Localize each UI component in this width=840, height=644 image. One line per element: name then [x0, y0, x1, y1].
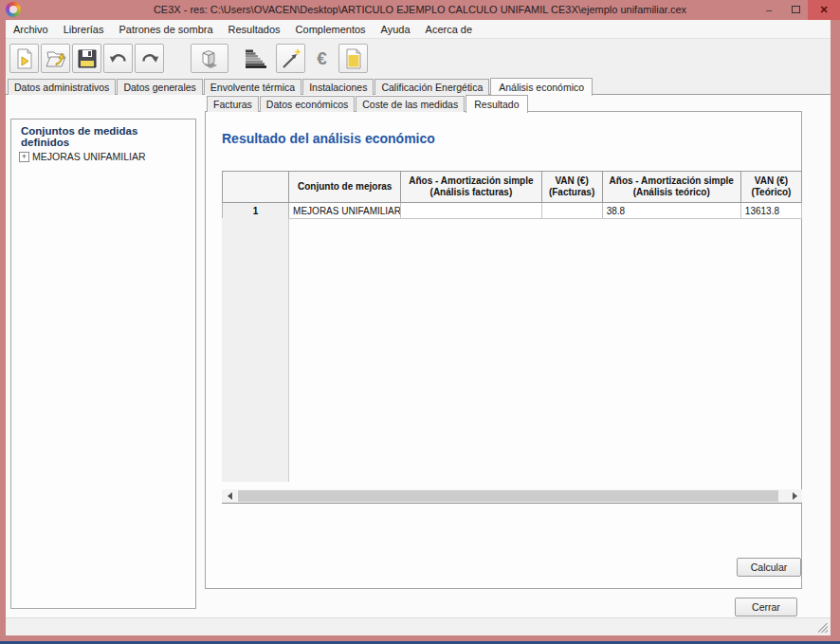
scrollbar-thumb[interactable] [238, 490, 778, 502]
resultado-panel: Resultado del análisis económico Conjunt [205, 111, 802, 589]
menu-bar: Archivo Librerías Patrones de sombra Res… [6, 20, 831, 39]
tab-analisis-economico[interactable]: Análisis económico [490, 78, 593, 96]
title-bar: CE3X - res: C:\Users\OVACEN\Desktop\ARTI… [0, 0, 840, 20]
save-icon [76, 47, 99, 70]
results-table: Conjunto de mejoras Años - Amortización … [222, 171, 802, 219]
col-header-van-teorico: VAN (€) (Teórico) [740, 172, 801, 203]
new-document-button[interactable] [9, 44, 39, 73]
col-header-conjunto: Conjunto de mejoras [289, 172, 401, 203]
row-header-gutter [222, 218, 289, 482]
tree-item-mejoras-unifamiliar[interactable]: + MEJORAS UNIFAMILIAR [11, 150, 195, 162]
redo-button[interactable] [135, 44, 164, 73]
new-document-icon [13, 47, 36, 70]
tab-datos-administrativos[interactable]: Datos administrativos [8, 79, 116, 95]
redo-icon [138, 47, 161, 70]
scroll-left-button[interactable] [222, 489, 237, 503]
cerrar-button[interactable]: Cerrar [735, 598, 797, 616]
subtab-resultado[interactable]: Resultado [466, 95, 527, 113]
3d-cube-icon [198, 47, 221, 70]
page-title: Resultado del análisis económico [222, 131, 435, 146]
magic-wand-icon [280, 47, 302, 70]
scroll-right-icon [793, 492, 797, 500]
close-icon: ✕ [819, 4, 828, 15]
open-file-button[interactable] [41, 44, 70, 73]
tab-datos-generales[interactable]: Datos generales [117, 79, 202, 95]
table-header-row: Conjunto de mejoras Años - Amortización … [223, 172, 802, 203]
undo-icon [107, 47, 130, 70]
measures-sidebar: Conjuntos de medidas definidos + MEJORAS… [10, 119, 196, 609]
horizontal-scrollbar[interactable] [222, 489, 802, 504]
close-button[interactable]: ✕ [808, 0, 840, 20]
cell-van-facturas [541, 203, 602, 219]
sidebar-title: Conjuntos de medidas definidos [11, 120, 195, 150]
col-header-van-facturas: VAN (€) (Facturas) [541, 172, 602, 203]
col-header-amortizacion-facturas: Años - Amortización simple (Análisis fac… [401, 172, 541, 203]
economic-analysis-button[interactable]: € [307, 44, 337, 73]
col-header-amortizacion-teorico: Años - Amortización simple (Análisis teó… [602, 172, 740, 203]
menu-complementos[interactable]: Complementos [288, 20, 374, 39]
maximize-button[interactable] [783, 0, 808, 20]
main-tab-bar: Datos administrativos Datos generales En… [8, 78, 593, 95]
report-document-icon [342, 47, 365, 70]
scroll-left-icon [228, 492, 232, 500]
cell-amortizacion-facturas [401, 203, 541, 219]
tab-envolvente-termica[interactable]: Envolvente térmica [204, 79, 301, 95]
cell-amortizacion-teorico: 38.8 [602, 203, 740, 219]
menu-librerias[interactable]: Librerías [56, 20, 112, 39]
table-row[interactable]: 1 MEJORAS UNIFAMILIAR 38.8 13613.8 [223, 203, 802, 219]
subtab-coste-de-las-medidas[interactable]: Coste de las medidas [356, 96, 465, 112]
tree-item-label: MEJORAS UNIFAMILIAR [32, 151, 146, 162]
open-folder-icon [45, 47, 67, 70]
maximize-icon [792, 6, 800, 13]
energy-rating-button[interactable] [236, 44, 274, 73]
subtab-datos-economicos[interactable]: Datos económicos [260, 96, 355, 112]
resize-grip[interactable] [818, 623, 828, 633]
cell-conjunto: MEJORAS UNIFAMILIAR [289, 203, 401, 219]
report-button[interactable] [338, 44, 368, 73]
menu-ayuda[interactable]: Ayuda [374, 20, 418, 39]
menu-patrones-de-sombra[interactable]: Patrones de sombra [111, 20, 220, 39]
cell-van-teorico: 13613.8 [740, 203, 801, 219]
undo-button[interactable] [103, 44, 133, 73]
save-button[interactable] [72, 44, 101, 73]
menu-acerca-de[interactable]: Acerca de [418, 20, 481, 39]
analisis-economico-page: Conjuntos de medidas definidos + MEJORAS… [6, 95, 831, 617]
col-header-index [223, 172, 289, 203]
energy-scale-icon [244, 47, 266, 70]
3d-building-button[interactable] [191, 44, 228, 73]
menu-archivo[interactable]: Archivo [6, 20, 56, 39]
calcular-button[interactable]: Calcular [737, 558, 801, 577]
application-window: CE3X - res: C:\Users\OVACEN\Desktop\ARTI… [0, 0, 840, 644]
euro-icon: € [317, 48, 327, 69]
sub-tab-bar: Facturas Datos económicos Coste de las m… [207, 95, 529, 112]
subtab-facturas[interactable]: Facturas [207, 96, 259, 112]
status-bar [6, 617, 831, 635]
tab-calificacion-energetica[interactable]: Calificación Energética [374, 79, 489, 95]
cell-row-index: 1 [223, 203, 289, 219]
wizard-button[interactable] [276, 44, 305, 73]
menu-resultados[interactable]: Resultados [221, 20, 288, 39]
toolbar: € [6, 39, 831, 78]
window-title: CE3X - res: C:\Users\OVACEN\Desktop\ARTI… [0, 0, 840, 20]
tree-expander-icon[interactable]: + [19, 152, 29, 162]
minimize-icon: – [766, 4, 772, 15]
tab-instalaciones[interactable]: Instalaciones [302, 79, 374, 95]
minimize-button[interactable]: – [757, 0, 781, 20]
client-area: Archivo Librerías Patrones de sombra Res… [6, 20, 831, 635]
scroll-right-button[interactable] [787, 489, 802, 503]
